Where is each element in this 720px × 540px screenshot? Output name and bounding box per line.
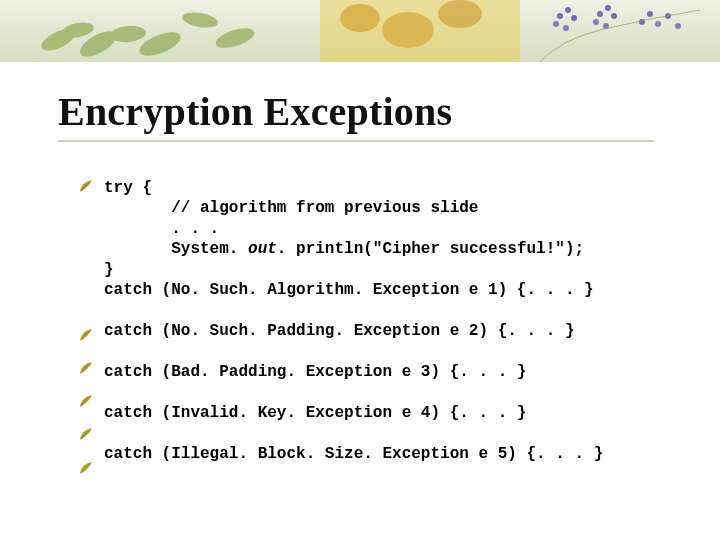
svg-point-18 (611, 13, 617, 19)
code-block: try { // algorithm from previous slide .… (104, 178, 603, 465)
leaf-bullet-icon (78, 327, 94, 343)
code-line: catch (Invalid. Key. Exception e 4) {. .… (104, 404, 526, 422)
svg-point-22 (647, 11, 653, 17)
leaf-bullet-icon (78, 426, 94, 442)
code-line: catch (Bad. Padding. Exception e 3) {. .… (104, 363, 526, 381)
svg-point-12 (565, 7, 571, 13)
code-line: catch (No. Such. Algorithm. Exception e … (104, 281, 594, 299)
code-line-part: . println("Cipher successful!"); (277, 240, 584, 258)
code-line: try { (104, 179, 152, 197)
decorative-banner (0, 0, 720, 62)
svg-point-16 (597, 11, 603, 17)
svg-point-13 (571, 15, 577, 21)
code-line: catch (No. Such. Padding. Exception e 2)… (104, 322, 574, 340)
code-italic: out (248, 240, 277, 258)
svg-point-5 (181, 10, 219, 30)
code-line: // algorithm from previous slide (104, 199, 478, 217)
svg-point-23 (655, 21, 661, 27)
svg-point-6 (214, 24, 257, 52)
svg-point-9 (382, 12, 434, 48)
code-line: catch (Illegal. Block. Size. Exception e… (104, 445, 603, 463)
svg-point-17 (605, 5, 611, 11)
code-line-part: System. (104, 240, 248, 258)
code-line: } (104, 261, 114, 279)
svg-point-19 (593, 19, 599, 25)
svg-point-15 (563, 25, 569, 31)
leaf-bullet-icon (78, 178, 94, 194)
svg-point-14 (553, 21, 559, 27)
code-line: . . . (104, 220, 219, 238)
svg-point-10 (438, 0, 482, 28)
leaf-bullet-icon (78, 460, 94, 476)
leaf-bullet-icon (78, 393, 94, 409)
svg-point-3 (109, 24, 146, 43)
title-underline (58, 140, 654, 142)
svg-point-8 (340, 4, 380, 32)
slide-title: Encryption Exceptions (58, 88, 452, 135)
leaf-bullet-icon (78, 360, 94, 376)
svg-point-25 (675, 23, 681, 29)
svg-point-11 (557, 13, 563, 19)
